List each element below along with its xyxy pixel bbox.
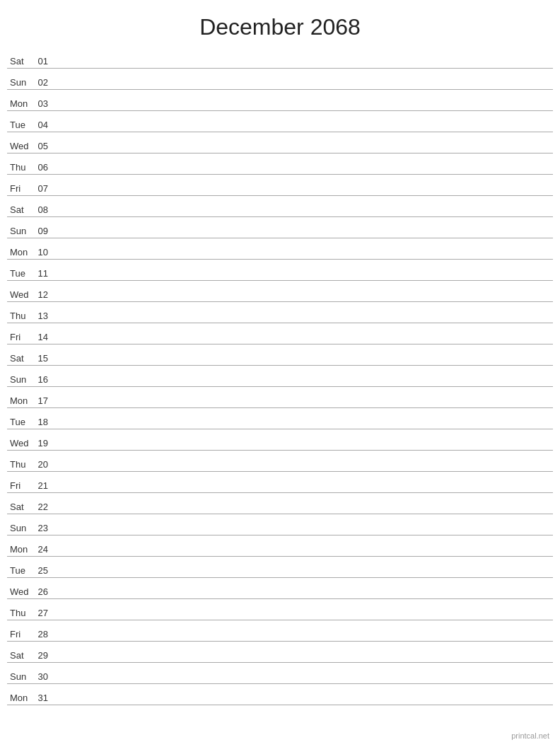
day-name: Wed <box>7 438 35 448</box>
day-row: Thu06 <box>7 154 553 175</box>
day-name: Mon <box>7 98 35 109</box>
day-number: 08 <box>35 204 57 215</box>
day-number: 31 <box>35 693 57 703</box>
day-number: 06 <box>35 162 57 173</box>
day-number: 03 <box>35 98 57 109</box>
day-number: 07 <box>35 183 57 194</box>
day-row: Mon03 <box>7 90 553 111</box>
day-row: Thu20 <box>7 451 553 472</box>
day-number: 21 <box>35 480 57 491</box>
day-name: Wed <box>7 586 35 597</box>
day-name: Sun <box>7 374 35 385</box>
day-row: Tue11 <box>7 260 553 281</box>
day-name: Sun <box>7 77 35 88</box>
day-row: Sun02 <box>7 69 553 90</box>
day-number: 09 <box>35 226 57 236</box>
day-name: Fri <box>7 480 35 491</box>
day-line <box>57 108 553 109</box>
day-number: 05 <box>35 141 57 151</box>
day-row: Fri21 <box>7 472 553 493</box>
day-row: Wed05 <box>7 132 553 154</box>
day-line <box>57 681 553 682</box>
day-name: Tue <box>7 268 35 279</box>
day-line <box>57 533 553 533</box>
day-number: 11 <box>35 268 57 279</box>
day-row: Sun30 <box>7 663 553 684</box>
day-name: Tue <box>7 120 35 130</box>
day-number: 19 <box>35 438 57 448</box>
day-row: Tue25 <box>7 557 553 578</box>
day-name: Tue <box>7 565 35 576</box>
day-line <box>57 342 553 342</box>
day-name: Sat <box>7 204 35 215</box>
day-line <box>57 384 553 385</box>
day-number: 17 <box>35 395 57 406</box>
day-number: 13 <box>35 311 57 321</box>
day-line <box>57 129 553 130</box>
day-name: Fri <box>7 332 35 342</box>
day-name: Mon <box>7 247 35 257</box>
day-row: Mon24 <box>7 535 553 557</box>
day-name: Tue <box>7 417 35 427</box>
day-row: Fri07 <box>7 175 553 196</box>
footer-credit: printcal.net <box>511 731 549 740</box>
day-row: Sun23 <box>7 514 553 535</box>
day-row: Thu27 <box>7 599 553 620</box>
day-number: 27 <box>35 608 57 618</box>
day-line <box>57 257 553 257</box>
day-row: Tue18 <box>7 408 553 429</box>
day-row: Sun16 <box>7 366 553 387</box>
day-row: Mon31 <box>7 684 553 705</box>
day-name: Wed <box>7 141 35 151</box>
day-row: Sat22 <box>7 493 553 514</box>
day-line <box>57 320 553 321</box>
day-name: Sat <box>7 353 35 364</box>
day-line <box>57 87 553 88</box>
day-line <box>57 554 553 555</box>
day-number: 28 <box>35 629 57 639</box>
day-name: Sat <box>7 650 35 661</box>
page-title: December 2068 <box>0 0 560 47</box>
day-row: Fri14 <box>7 323 553 344</box>
day-name: Fri <box>7 183 35 194</box>
day-name: Mon <box>7 693 35 703</box>
day-row: Sat15 <box>7 344 553 366</box>
day-number: 24 <box>35 544 57 555</box>
day-row: Sun09 <box>7 217 553 238</box>
day-line <box>57 236 553 236</box>
day-row: Wed19 <box>7 429 553 451</box>
day-line <box>57 151 553 151</box>
day-line <box>57 193 553 194</box>
day-row: Fri28 <box>7 620 553 642</box>
day-name: Thu <box>7 311 35 321</box>
day-name: Wed <box>7 289 35 300</box>
day-row: Sat08 <box>7 196 553 217</box>
day-name: Thu <box>7 608 35 618</box>
day-row: Thu13 <box>7 302 553 323</box>
day-number: 16 <box>35 374 57 385</box>
day-number: 15 <box>35 353 57 364</box>
day-line <box>57 405 553 406</box>
day-number: 26 <box>35 586 57 597</box>
day-name: Thu <box>7 162 35 173</box>
day-line <box>57 66 553 66</box>
day-row: Sat29 <box>7 642 553 663</box>
day-line <box>57 427 553 427</box>
calendar-container: Sat01Sun02Mon03Tue04Wed05Thu06Fri07Sat08… <box>0 47 560 705</box>
day-name: Sun <box>7 671 35 682</box>
day-row: Sat01 <box>7 47 553 69</box>
day-name: Thu <box>7 459 35 470</box>
day-number: 25 <box>35 565 57 576</box>
day-number: 12 <box>35 289 57 300</box>
day-name: Mon <box>7 395 35 406</box>
day-number: 23 <box>35 523 57 533</box>
day-line <box>57 214 553 215</box>
day-number: 04 <box>35 120 57 130</box>
day-line <box>57 575 553 576</box>
day-number: 14 <box>35 332 57 342</box>
day-name: Sun <box>7 523 35 533</box>
day-number: 30 <box>35 671 57 682</box>
day-line <box>57 490 553 491</box>
day-line <box>57 660 553 661</box>
day-name: Fri <box>7 629 35 639</box>
